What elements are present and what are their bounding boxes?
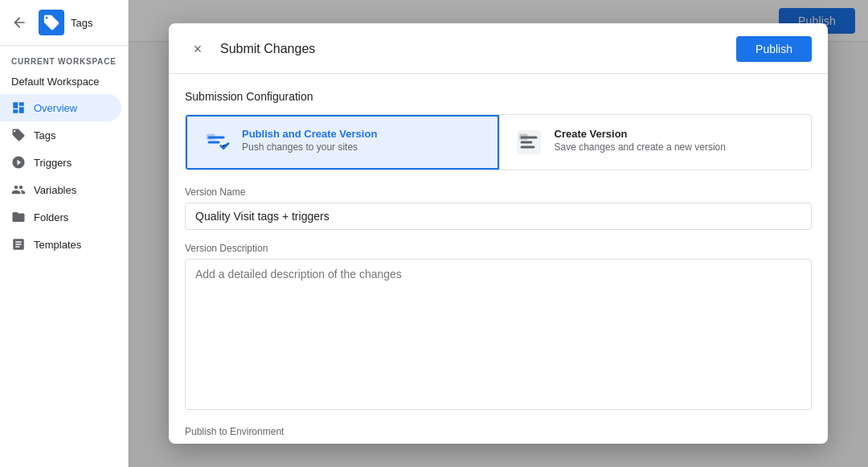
overview-icon (11, 100, 26, 115)
sidebar-item-variables-label: Variables (34, 184, 76, 196)
sidebar-item-folders[interactable]: Folders (0, 203, 121, 231)
back-button[interactable] (8, 11, 31, 34)
modal-title: Submit Changes (220, 42, 727, 56)
create-version-text: Create Version Save changes and create a… (555, 128, 726, 153)
app-name: Tags (71, 17, 92, 29)
submit-changes-modal: × Submit Changes Publish Submission Conf… (169, 23, 828, 444)
version-name-input[interactable] (185, 203, 812, 230)
workspace-label: Default Workspace (11, 76, 100, 88)
sidebar-item-templates-label: Templates (34, 239, 81, 251)
modal-publish-button[interactable]: Publish (736, 36, 812, 62)
sidebar-item-tags[interactable]: Tags (0, 121, 121, 149)
variables-icon (11, 182, 26, 197)
create-version-icon (514, 128, 543, 157)
version-description-label: Version Description (185, 243, 812, 254)
svg-rect-3 (519, 134, 528, 141)
sidebar: Tags CURRENT WORKSPACE Default Workspace… (0, 0, 129, 467)
tags-icon (11, 128, 26, 142)
modal-header: × Submit Changes Publish (169, 23, 828, 74)
sidebar-item-variables[interactable]: Variables (0, 176, 121, 203)
submission-config-title: Submission Configuration (185, 90, 812, 103)
sidebar-item-triggers-label: Triggers (34, 157, 72, 169)
sidebar-item-folders-label: Folders (34, 211, 68, 223)
publish-create-desc: Push changes to your sites (242, 141, 377, 153)
app-logo (39, 10, 64, 35)
create-version-card[interactable]: Create Version Save changes and create a… (499, 115, 812, 170)
modal-backdrop: × Submit Changes Publish Submission Conf… (129, 0, 868, 467)
sidebar-item-triggers[interactable]: Triggers (0, 149, 121, 176)
publish-create-icon (202, 128, 231, 157)
publish-create-title: Publish and Create Version (242, 128, 377, 140)
sidebar-item-overview[interactable]: Overview (0, 94, 121, 121)
sidebar-item-tags-label: Tags (34, 129, 55, 141)
main-content: Publish × Submit Changes Publish Submiss… (129, 0, 868, 467)
publish-create-text: Publish and Create Version Push changes … (242, 128, 377, 153)
version-name-label: Version Name (185, 186, 812, 198)
sidebar-item-templates[interactable]: Templates (0, 231, 121, 258)
sidebar-header: Tags (0, 0, 128, 46)
folders-icon (11, 210, 26, 224)
workspace-item[interactable]: Default Workspace (0, 69, 121, 94)
publish-create-card[interactable]: Publish and Create Version Push changes … (186, 115, 499, 170)
templates-icon (11, 237, 26, 252)
svg-rect-1 (207, 134, 215, 141)
create-version-desc: Save changes and create a new version (555, 141, 726, 153)
nav-section-label: CURRENT WORKSPACE (0, 46, 128, 69)
create-version-title: Create Version (555, 128, 726, 140)
triggers-icon (11, 155, 26, 170)
modal-close-button[interactable]: × (185, 36, 211, 62)
modal-body: Submission Configuration (169, 74, 828, 444)
publish-env-label: Publish to Environment (185, 426, 812, 437)
sidebar-item-overview-label: Overview (34, 102, 77, 114)
config-cards: Publish and Create Version Push changes … (185, 114, 812, 170)
version-description-textarea[interactable] (185, 259, 812, 410)
close-icon: × (194, 41, 203, 58)
